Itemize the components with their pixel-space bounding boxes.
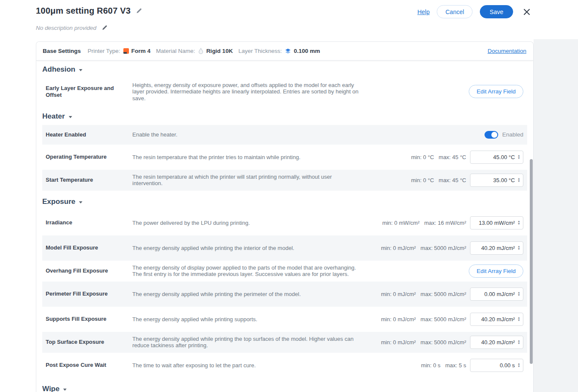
- section-header-wipe[interactable]: Wipe: [42, 385, 527, 392]
- value-input[interactable]: 0.00 s ▲▼: [470, 359, 523, 372]
- max-constraint: max: 5000 mJ/cm²: [420, 245, 466, 251]
- section-title-text: Adhesion: [42, 65, 75, 74]
- setting-label: Early Layer Exposure and Offset: [46, 85, 132, 99]
- layer-thickness-label: Layer Thickness:: [238, 48, 282, 54]
- setting-row-top-surface-exposure: Top Surface Exposure The energy density …: [42, 332, 527, 353]
- edit-array-field-button[interactable]: Edit Array Field: [469, 85, 523, 98]
- stepper-icon[interactable]: ▲▼: [517, 245, 520, 250]
- section-header-exposure[interactable]: Exposure: [42, 197, 527, 206]
- setting-row-perimeter-fill-exposure: Perimeter Fill Exposure The energy densi…: [42, 282, 527, 307]
- value-input[interactable]: 35.00 °C ▲▼: [470, 174, 523, 187]
- material-name-value: Rigid 10K: [206, 48, 233, 54]
- setting-label: Irradiance: [46, 219, 132, 226]
- section-title-text: Exposure: [42, 197, 75, 206]
- save-button[interactable]: Save: [480, 5, 513, 18]
- min-constraint: min: 0 mW/cm²: [382, 220, 419, 226]
- scrollbar-thumb[interactable]: [530, 159, 533, 364]
- value-input[interactable]: 40.20 mJ/cm² ▲▼: [470, 241, 523, 255]
- max-constraint: max: 5 s: [445, 362, 466, 369]
- page-title: 100μm setting R607 V3: [36, 6, 131, 16]
- setting-description: The energy density applied while printin…: [132, 336, 363, 349]
- max-constraint: max: 5000 mJ/cm²: [420, 316, 466, 322]
- setting-description-placeholder: No description provided: [36, 25, 96, 31]
- edit-array-field-button[interactable]: Edit Array Field: [469, 264, 523, 278]
- setting-description: Enable the heater.: [132, 131, 363, 138]
- documentation-link[interactable]: Documentation: [488, 48, 526, 54]
- layers-icon: [285, 48, 291, 54]
- setting-description: The resin temperature that the printer t…: [132, 154, 363, 160]
- chevron-down-icon: [79, 201, 82, 203]
- setting-description: Heights, energy density of exposure powe…: [132, 82, 363, 102]
- layer-thickness-value: 0.100 mm: [294, 48, 320, 54]
- setting-description: The power delivered by the LPU during pr…: [132, 220, 363, 226]
- section-header-heater[interactable]: Heater: [42, 112, 527, 121]
- setting-row-heater-enabled: Heater Enabled Enable the heater. Enable…: [42, 125, 527, 145]
- section-title-text: Wipe: [42, 385, 59, 392]
- help-link[interactable]: Help: [417, 9, 430, 15]
- droplet-icon: [198, 48, 204, 54]
- setting-row-supports-fill-exposure: Supports Fill Exposure The energy densit…: [42, 307, 527, 332]
- heater-enabled-toggle[interactable]: [485, 131, 498, 139]
- setting-description: The energy density applied while printin…: [132, 291, 363, 297]
- min-constraint: min: 0 mJ/cm²: [381, 339, 416, 346]
- stepper-icon[interactable]: ▲▼: [517, 220, 520, 225]
- value-input[interactable]: 40.20 mJ/cm² ▲▼: [470, 313, 523, 326]
- setting-label: Operating Temperature: [46, 154, 132, 160]
- setting-description: The time to wait after exposing to let t…: [132, 362, 363, 369]
- cancel-button[interactable]: Cancel: [437, 5, 473, 18]
- setting-description: The energy density applied while printin…: [132, 245, 363, 251]
- max-constraint: max: 16 mW/cm²: [424, 220, 466, 226]
- min-constraint: min: 0 °C: [411, 177, 434, 183]
- setting-description: The resin temperature at which the print…: [132, 174, 363, 187]
- close-icon[interactable]: [523, 8, 531, 16]
- setting-label: Supports Fill Exposure: [46, 316, 132, 322]
- min-constraint: min: 0 mJ/cm²: [381, 245, 416, 251]
- min-constraint: min: 0 s: [421, 362, 441, 369]
- max-constraint: max: 45 °C: [439, 177, 466, 183]
- setting-label: Overhang Fill Exposure: [46, 267, 132, 274]
- chevron-down-icon: [63, 389, 67, 391]
- setting-label: Post Expose Cure Wait: [46, 362, 132, 369]
- edit-title-icon[interactable]: [136, 8, 142, 14]
- section-header-adhesion[interactable]: Adhesion: [42, 65, 527, 74]
- page-backdrop: [534, 39, 578, 392]
- setting-row-irradiance: Irradiance The power delivered by the LP…: [42, 210, 527, 235]
- base-settings-title: Base Settings: [43, 48, 81, 54]
- printer-type-label: Printer Type:: [88, 48, 120, 54]
- printer-icon: [123, 48, 129, 54]
- setting-row-post-expose-cure-wait: Post Expose Cure Wait The time to wait a…: [42, 353, 527, 378]
- base-settings-bar: Base Settings Printer Type: Form 4 Mater…: [36, 42, 533, 61]
- value-input[interactable]: 13.00 mW/cm² ▲▼: [470, 216, 523, 229]
- stepper-icon[interactable]: ▲▼: [517, 291, 520, 296]
- edit-description-icon[interactable]: [102, 25, 108, 31]
- stepper-icon[interactable]: ▲▼: [517, 363, 520, 368]
- setting-description: The energy density applied while printin…: [132, 316, 363, 322]
- min-constraint: min: 0 mJ/cm²: [381, 316, 416, 322]
- settings-content: Adhesion Early Layer Exposure and Offset…: [36, 65, 533, 392]
- max-constraint: max: 5000 mJ/cm²: [420, 339, 466, 346]
- value-input[interactable]: 40.20 mJ/cm² ▲▼: [470, 336, 523, 349]
- max-constraint: max: 45 °C: [439, 154, 466, 160]
- settings-editor: 100μm setting R607 V3 No description pro…: [0, 0, 578, 392]
- stepper-icon[interactable]: ▲▼: [517, 154, 520, 160]
- stepper-icon[interactable]: ▲▼: [517, 317, 520, 322]
- settings-card: Base Settings Printer Type: Form 4 Mater…: [36, 41, 534, 392]
- chevron-down-icon: [69, 116, 72, 118]
- editor-header: 100μm setting R607 V3 No description pro…: [0, 0, 578, 41]
- material-name-label: Material Name:: [156, 48, 196, 54]
- setting-row-start-temperature: Start Temperature The resin temperature …: [42, 170, 527, 191]
- setting-row-operating-temperature: Operating Temperature The resin temperat…: [42, 145, 527, 170]
- stepper-icon[interactable]: ▲▼: [517, 177, 520, 183]
- setting-label: Top Surface Exposure: [46, 339, 132, 346]
- stepper-icon[interactable]: ▲▼: [517, 340, 520, 345]
- setting-row-early-layer-exposure: Early Layer Exposure and Offset Heights,…: [42, 78, 527, 105]
- section-title-text: Heater: [42, 112, 65, 121]
- chevron-down-icon: [79, 69, 82, 71]
- printer-type-value: Form 4: [131, 48, 151, 54]
- value-input[interactable]: 0.00 mJ/cm² ▲▼: [470, 287, 523, 301]
- min-constraint: min: 0 mJ/cm²: [381, 291, 416, 297]
- min-constraint: min: 0 °C: [411, 154, 434, 160]
- toggle-state-label: Enabled: [502, 131, 523, 138]
- setting-label: Perimeter Fill Exposure: [46, 290, 132, 297]
- value-input[interactable]: 45.00 °C ▲▼: [470, 151, 523, 164]
